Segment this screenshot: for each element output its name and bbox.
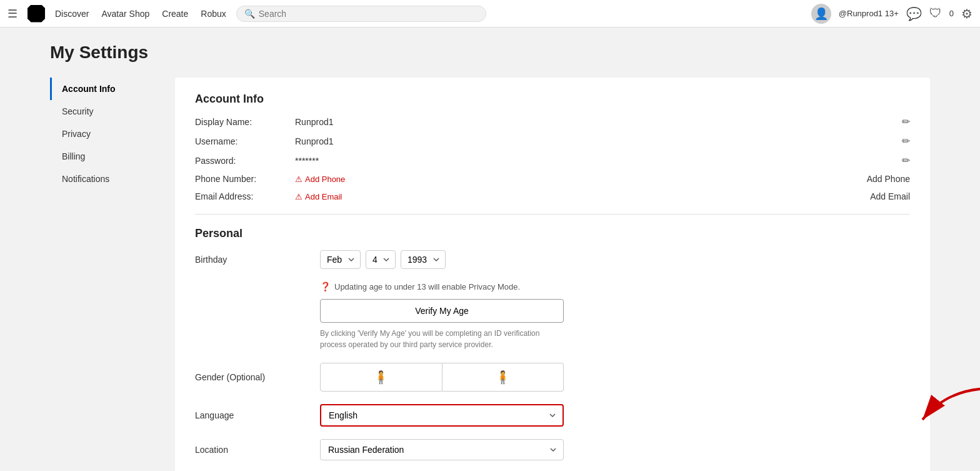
phone-warning-icon: ⚠	[295, 175, 302, 184]
sidebar-item-security[interactable]: Security	[50, 100, 175, 123]
chat-icon[interactable]: 💬	[906, 6, 922, 21]
page-content: My Settings Account Info Security Privac…	[0, 28, 980, 471]
password-value: *******	[295, 156, 902, 166]
nav-create[interactable]: Create	[162, 9, 188, 19]
male-icon: 🧍	[373, 370, 389, 385]
settings-icon[interactable]: ⚙	[961, 6, 972, 21]
add-phone-link[interactable]: Add Phone	[305, 175, 345, 184]
robux-count[interactable]: 0	[949, 9, 954, 18]
verify-age-section: ❓ Updating age to under 13 will enable P…	[320, 281, 910, 350]
account-info-title: Account Info	[195, 93, 910, 106]
language-label: Language	[195, 410, 320, 420]
add-email-link[interactable]: Add Email	[305, 192, 342, 201]
email-value: ⚠Add Email	[295, 191, 870, 201]
privacy-note-text: Updating age to under 13 will enable Pri…	[334, 282, 520, 291]
sidebar: Account Info Security Privacy Billing No…	[50, 78, 175, 471]
shield-icon[interactable]: 🛡	[929, 6, 942, 21]
personal-title: Personal	[195, 227, 910, 240]
phone-row: Phone Number: ⚠Add Phone Add Phone	[195, 174, 910, 184]
gender-label: Gender (Optional)	[195, 372, 320, 382]
question-icon: ❓	[320, 281, 331, 291]
add-phone-action[interactable]: Add Phone	[867, 174, 910, 184]
birthday-controls: Feb 4 1993	[320, 250, 446, 269]
password-row: Password: ******* ✏	[195, 154, 910, 166]
phone-label: Phone Number:	[195, 174, 295, 184]
gender-row: Gender (Optional) 🧍 🧍	[195, 363, 910, 392]
location-row: Location Russian Federation	[195, 439, 910, 460]
birthday-row: Birthday Feb 4 1993	[195, 250, 910, 269]
verify-age-button[interactable]: Verify My Age	[320, 299, 564, 323]
sidebar-item-billing[interactable]: Billing	[50, 145, 175, 168]
email-warning-icon: ⚠	[295, 192, 302, 201]
sidebar-item-notifications[interactable]: Notifications	[50, 168, 175, 190]
username-row: Username: Runprod1 ✏	[195, 135, 910, 147]
page-title: My Settings	[50, 43, 930, 63]
settings-layout: Account Info Security Privacy Billing No…	[50, 78, 930, 471]
add-email-action[interactable]: Add Email	[870, 191, 910, 201]
phone-value: ⚠Add Phone	[295, 174, 867, 184]
password-label: Password:	[195, 156, 295, 166]
language-row: Language English Spanish French German P…	[195, 404, 910, 427]
privacy-note: ❓ Updating age to under 13 will enable P…	[320, 281, 910, 291]
gender-male-button[interactable]: 🧍	[320, 363, 442, 392]
location-label: Location	[195, 445, 320, 455]
search-icon: 🔍	[244, 9, 255, 19]
nav-avatar-shop[interactable]: Avatar Shop	[101, 9, 149, 19]
content-area: Account Info Display Name: Runprod1 ✏ Us…	[175, 78, 930, 471]
gender-female-button[interactable]: 🧍	[442, 363, 564, 392]
verify-disclaimer: By clicking 'Verify My Age' you will be …	[320, 328, 564, 350]
display-name-label: Display Name:	[195, 117, 295, 127]
arrow-annotation	[910, 385, 980, 437]
birthday-day-select[interactable]: 4	[366, 250, 396, 269]
birthday-year-select[interactable]: 1993	[401, 250, 446, 269]
search-bar[interactable]: 🔍	[236, 6, 486, 22]
display-name-value: Runprod1	[295, 117, 902, 127]
nav-robux[interactable]: Robux	[201, 9, 226, 19]
navbar: ☰ Discover Avatar Shop Create Robux 🔍 👤 …	[0, 0, 980, 28]
birthday-month-select[interactable]: Feb	[320, 250, 361, 269]
language-select[interactable]: English Spanish French German Portuguese	[320, 404, 564, 427]
email-row: Email Address: ⚠Add Email Add Email	[195, 191, 910, 201]
gender-controls: 🧍 🧍	[320, 363, 564, 392]
display-name-row: Display Name: Runprod1 ✏	[195, 116, 910, 128]
menu-icon[interactable]: ☰	[8, 7, 18, 21]
female-icon: 🧍	[495, 370, 511, 385]
nav-links: Discover Avatar Shop Create Robux	[55, 9, 226, 19]
search-input[interactable]	[259, 9, 478, 19]
location-select[interactable]: Russian Federation	[320, 439, 564, 460]
section-divider	[195, 214, 910, 215]
username-display: @Runprod1 13+	[839, 9, 899, 18]
nav-discover[interactable]: Discover	[55, 9, 89, 19]
username-label: Username:	[195, 136, 295, 146]
username-value: Runprod1	[295, 136, 902, 146]
edit-username-button[interactable]: ✏	[902, 135, 910, 147]
sidebar-item-account-info[interactable]: Account Info	[50, 78, 175, 100]
sidebar-item-privacy[interactable]: Privacy	[50, 123, 175, 145]
edit-password-button[interactable]: ✏	[902, 154, 910, 166]
logo-icon[interactable]	[28, 5, 45, 23]
email-label: Email Address:	[195, 191, 295, 201]
avatar[interactable]: 👤	[811, 4, 831, 24]
edit-display-name-button[interactable]: ✏	[902, 116, 910, 128]
navbar-right: 👤 @Runprod1 13+ 💬 🛡 0 ⚙	[811, 4, 972, 24]
birthday-label: Birthday	[195, 255, 320, 265]
